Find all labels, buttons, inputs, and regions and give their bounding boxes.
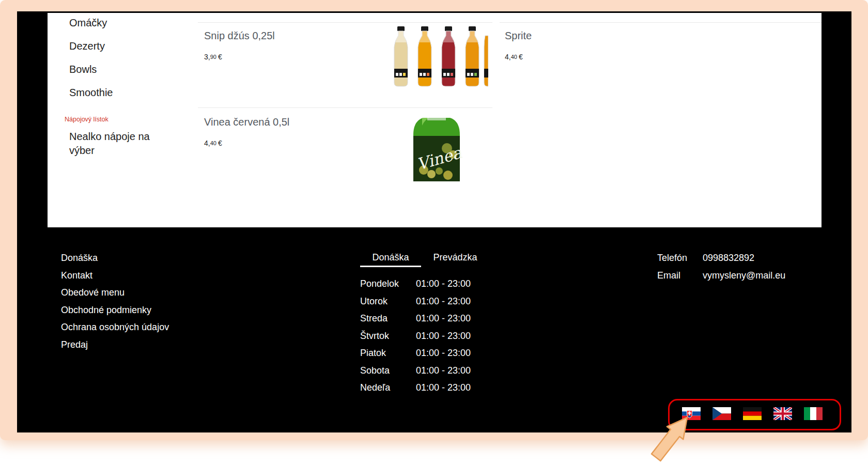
item-title: Sprite: [505, 30, 532, 42]
schedule-day: Štvrtok: [360, 328, 416, 345]
schedule-day: Piatok: [360, 345, 416, 362]
item-price: 4,40€: [204, 139, 222, 147]
sidebar-item-nealko-napoje[interactable]: Nealko nápoje na výber: [69, 130, 173, 158]
content-panel: Omáčky Dezerty Bowls Smoothie Nápojový l…: [48, 13, 822, 227]
tab-prevadzka[interactable]: Prevádzka: [430, 252, 480, 263]
schedule-day: Nedeľa: [360, 379, 416, 397]
footer-link-kontakt[interactable]: Kontakt: [61, 267, 169, 285]
flag-czech-icon[interactable]: [712, 407, 731, 420]
schedule-row: Štvrtok01:00 - 23:00: [360, 328, 416, 345]
flag-germany-icon[interactable]: [743, 407, 762, 420]
schedule-row: Sobota01:00 - 23:00: [360, 362, 416, 380]
schedule-row: Pondelok01:00 - 23:00: [360, 275, 416, 293]
item-title: Snip džús 0,25l: [204, 30, 275, 42]
sidebar-item-dezerty[interactable]: Dezerty: [69, 40, 105, 52]
tab-donaska[interactable]: Donáška: [360, 252, 421, 263]
footer-links: Donáška Kontakt Obedové menu Obchodné po…: [61, 250, 169, 353]
schedule-hours: 01:00 - 23:00: [416, 345, 471, 362]
footer-link-ochrana-udajov[interactable]: Ochrana osobných údajov: [61, 319, 169, 336]
sidebar-item-smoothie[interactable]: Smoothie: [69, 87, 113, 99]
footer-link-predaj[interactable]: Predaj: [61, 336, 169, 354]
phone-value: 0998832892: [703, 250, 754, 267]
phone-label: Telefón: [657, 250, 687, 267]
footer-link-donaska[interactable]: Donáška: [61, 250, 169, 267]
schedule-row: Nedeľa01:00 - 23:00: [360, 379, 416, 397]
vinea-bottle-image: Vinea: [407, 112, 467, 183]
schedule-day: Pondelok: [360, 275, 416, 293]
menu-item-vinea[interactable]: Vinea červená 0,5l 4,40€ Vinea: [198, 107, 492, 228]
juice-bottles-image: [388, 25, 488, 92]
schedule-hours: 01:00 - 23:00: [416, 275, 471, 293]
footer-link-obchodne-podmienky[interactable]: Obchodné podmienky: [61, 302, 169, 319]
sidebar-section-label: Nápojový lístok: [65, 116, 109, 123]
menu-item-snip-dzus[interactable]: Snip džús 0,25l 3,90€: [198, 22, 492, 107]
item-title: Vinea červená 0,5l: [204, 116, 289, 128]
schedule-hours: 01:00 - 23:00: [416, 379, 471, 397]
page: Omáčky Dezerty Bowls Smoothie Nápojový l…: [0, 0, 868, 464]
schedule-day: Streda: [360, 310, 416, 328]
flag-slovakia-icon[interactable]: [682, 407, 701, 420]
schedule-day: Utorok: [360, 293, 416, 311]
schedule-hours: 01:00 - 23:00: [416, 310, 471, 328]
schedule-row: Utorok01:00 - 23:00: [360, 293, 416, 311]
schedule-day: Sobota: [360, 362, 416, 380]
item-price: 4,40€: [505, 53, 523, 61]
schedule-hours: 01:00 - 23:00: [416, 328, 471, 345]
schedule-hours: 01:00 - 23:00: [416, 362, 471, 380]
email-value: vymysleny@mail.eu: [703, 267, 785, 285]
footer-link-obedove-menu[interactable]: Obedové menu: [61, 284, 169, 302]
flag-italy-icon[interactable]: [804, 407, 823, 420]
schedule-row: Streda01:00 - 23:00: [360, 310, 416, 328]
active-tab-underline: [360, 266, 421, 267]
menu-item-sprite[interactable]: Sprite 4,40€: [500, 22, 822, 107]
site-background: Omáčky Dezerty Bowls Smoothie Nápojový l…: [17, 11, 851, 432]
sidebar-item-bowls[interactable]: Bowls: [69, 64, 97, 75]
item-price: 3,90€: [204, 53, 222, 61]
email-label: Email: [657, 267, 680, 285]
schedule-row: Piatok01:00 - 23:00: [360, 345, 416, 362]
flag-uk-icon[interactable]: [773, 407, 792, 420]
sidebar-item-omacky[interactable]: Omáčky: [69, 17, 107, 29]
schedule-hours: 01:00 - 23:00: [416, 293, 471, 311]
